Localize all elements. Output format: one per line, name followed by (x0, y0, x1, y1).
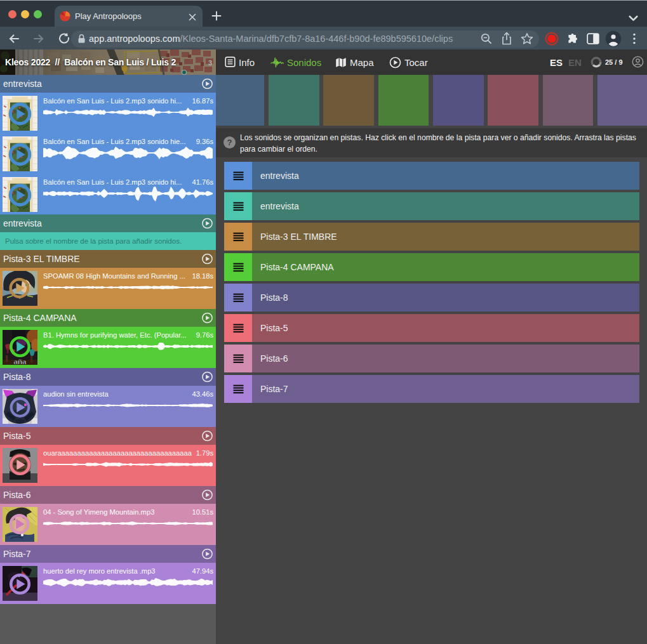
svg-text:aña: aña (13, 357, 26, 365)
